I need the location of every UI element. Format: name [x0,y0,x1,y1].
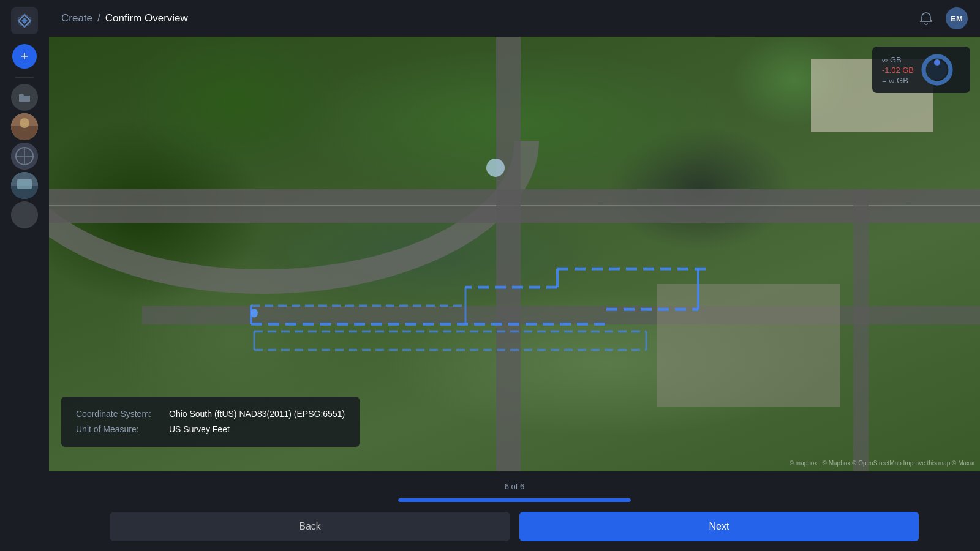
map-attribution: © mapbox | © Mapbox © OpenStreetMap Impr… [790,460,975,467]
storage-line-2: -1.02 GB [882,66,914,75]
map-container[interactable]: ∞ GB -1.02 GB = ∞ GB Coordinate System: … [49,37,980,471]
coordinate-system-row: Coordinate System: Ohio South (ftUS) NAD… [76,407,345,422]
progress-bar-fill [398,498,631,502]
svg-point-11 [11,201,38,228]
unit-label: Unit of Measure: [76,422,162,437]
breadcrumb-separator: / [97,12,100,24]
unit-value: US Survey Feet [169,422,230,437]
breadcrumb: Create / Confirm Overview [61,12,188,24]
app-logo[interactable] [11,7,38,34]
breadcrumb-current: Confirm Overview [105,12,188,24]
next-button[interactable]: Next [519,512,919,541]
header: Create / Confirm Overview EM [49,0,980,37]
storage-donut-chart [921,54,953,86]
main-content: Create / Confirm Overview EM [49,0,980,551]
coordinate-system-value: Ohio South (ftUS) NAD83(2011) (EPSG:6551… [169,407,345,422]
unit-row: Unit of Measure: US Survey Feet [76,422,345,437]
svg-rect-10 [17,179,32,189]
svg-point-3 [20,118,29,128]
sidebar-item-3[interactable] [11,172,38,199]
storage-line-1: ∞ GB [882,55,914,64]
svg-point-25 [251,309,258,317]
sidebar-divider-1 [15,77,34,78]
sidebar: + [0,0,49,551]
bottom-area: 6 of 6 Back Next [49,471,980,551]
svg-point-29 [934,59,940,66]
progress-bar [398,498,631,502]
storage-line-3: = ∞ GB [882,76,914,85]
breadcrumb-create[interactable]: Create [61,12,92,24]
nav-buttons: Back Next [49,512,980,541]
map-info-overlay: Coordinate System: Ohio South (ftUS) NAD… [61,397,360,447]
sidebar-item-2[interactable] [11,143,38,170]
user-avatar[interactable]: EM [946,7,968,29]
storage-widget: ∞ GB -1.02 GB = ∞ GB [872,47,970,93]
header-actions: EM [916,7,968,29]
notification-bell[interactable] [916,9,936,28]
sidebar-item-4[interactable] [11,201,38,228]
add-project-button[interactable]: + [12,44,37,69]
storage-info: ∞ GB -1.02 GB = ∞ GB [882,55,914,85]
coordinate-system-label: Coordinate System: [76,407,162,422]
step-indicator: 6 of 6 [505,482,525,491]
back-button[interactable]: Back [110,512,510,541]
sidebar-item-folder[interactable] [11,84,38,111]
sidebar-item-1[interactable] [11,113,38,140]
